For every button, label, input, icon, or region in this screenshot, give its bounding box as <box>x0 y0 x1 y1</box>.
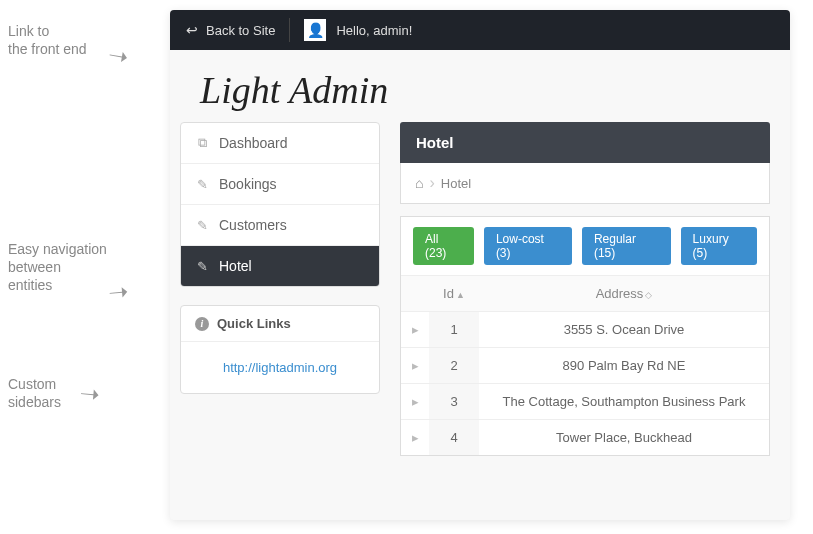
sidebar-item-label: Bookings <box>219 176 277 192</box>
filter-bar: All (23) Low-cost (3) Regular (15) Luxur… <box>401 217 769 275</box>
quicklinks-header: i Quick Links <box>181 306 379 342</box>
annotation-frontend-link: Link to the front end <box>8 22 87 58</box>
breadcrumb: ⌂ › Hotel <box>401 163 769 203</box>
arrow-icon: ➝ <box>107 277 129 307</box>
column-header-address[interactable]: Address◇ <box>479 276 769 312</box>
expand-row-icon[interactable]: ▸ <box>401 312 429 348</box>
sidebar: ⧉ Dashboard ✎ Bookings ✎ Customers ✎ Hot… <box>180 122 380 456</box>
sort-icon: ◇ <box>645 290 652 300</box>
filter-regular[interactable]: Regular (15) <box>582 227 671 265</box>
topbar: ↩ Back to Site 👤 Hello, admin! <box>170 10 790 50</box>
info-icon: i <box>195 317 209 331</box>
greeting-text: Hello, admin! <box>336 23 412 38</box>
cell-id: 4 <box>429 420 479 456</box>
table-row[interactable]: ▸ 1 3555 S. Ocean Drive <box>401 312 769 348</box>
dashboard-icon: ⧉ <box>195 135 209 151</box>
expand-row-icon[interactable]: ▸ <box>401 420 429 456</box>
cell-id: 3 <box>429 384 479 420</box>
annotation-easy-nav: Easy navigation between entities <box>8 240 107 295</box>
sidebar-item-bookings[interactable]: ✎ Bookings <box>181 164 379 205</box>
filter-lowcost[interactable]: Low-cost (3) <box>484 227 572 265</box>
column-header-id[interactable]: Id▲ <box>429 276 479 312</box>
cell-address: 890 Palm Bay Rd NE <box>479 348 769 384</box>
back-to-site-link[interactable]: ↩ Back to Site <box>186 22 275 38</box>
main-panel: Hotel ⌂ › Hotel All (23) Low-cost (3) Re… <box>400 122 770 456</box>
table-row[interactable]: ▸ 4 Tower Place, Buckhead <box>401 420 769 456</box>
sidebar-item-label: Dashboard <box>219 135 288 151</box>
back-label: Back to Site <box>206 23 275 38</box>
sidebar-item-label: Customers <box>219 217 287 233</box>
quicklinks-panel: i Quick Links http://lightadmin.org <box>180 305 380 394</box>
arrow-icon: ➝ <box>106 40 131 71</box>
avatar-icon[interactable]: 👤 <box>304 19 326 41</box>
reply-arrow-icon: ↩ <box>186 22 198 38</box>
cell-id: 2 <box>429 348 479 384</box>
cell-address: Tower Place, Buckhead <box>479 420 769 456</box>
divider <box>289 18 290 42</box>
chevron-right-icon: › <box>429 175 434 191</box>
table-row[interactable]: ▸ 3 The Cottage, Southampton Business Pa… <box>401 384 769 420</box>
cell-id: 1 <box>429 312 479 348</box>
table-row[interactable]: ▸ 2 890 Palm Bay Rd NE <box>401 348 769 384</box>
annotation-sidebars: Custom sidebars <box>8 375 61 411</box>
quicklinks-title: Quick Links <box>217 316 291 331</box>
sidebar-item-label: Hotel <box>219 258 252 274</box>
brand-title: Light Admin <box>170 50 790 122</box>
edit-icon: ✎ <box>195 259 209 274</box>
filter-luxury[interactable]: Luxury (5) <box>681 227 757 265</box>
quicklink-url[interactable]: http://lightadmin.org <box>223 360 337 375</box>
nav: ⧉ Dashboard ✎ Bookings ✎ Customers ✎ Hot… <box>180 122 380 287</box>
sidebar-item-hotel[interactable]: ✎ Hotel <box>181 246 379 286</box>
cell-address: 3555 S. Ocean Drive <box>479 312 769 348</box>
sidebar-item-dashboard[interactable]: ⧉ Dashboard <box>181 123 379 164</box>
arrow-icon: ➝ <box>79 379 101 409</box>
column-expand <box>401 276 429 312</box>
edit-icon: ✎ <box>195 218 209 233</box>
cell-address: The Cottage, Southampton Business Park <box>479 384 769 420</box>
hotel-table: Id▲ Address◇ ▸ 1 3555 S. Ocean Drive ▸ 2 <box>401 275 769 455</box>
sidebar-item-customers[interactable]: ✎ Customers <box>181 205 379 246</box>
app-window: ↩ Back to Site 👤 Hello, admin! Light Adm… <box>170 10 790 520</box>
expand-row-icon[interactable]: ▸ <box>401 384 429 420</box>
expand-row-icon[interactable]: ▸ <box>401 348 429 384</box>
panel-title: Hotel <box>400 122 770 163</box>
home-icon[interactable]: ⌂ <box>415 175 423 191</box>
sort-asc-icon: ▲ <box>456 290 465 300</box>
filter-all[interactable]: All (23) <box>413 227 474 265</box>
edit-icon: ✎ <box>195 177 209 192</box>
breadcrumb-current: Hotel <box>441 176 471 191</box>
